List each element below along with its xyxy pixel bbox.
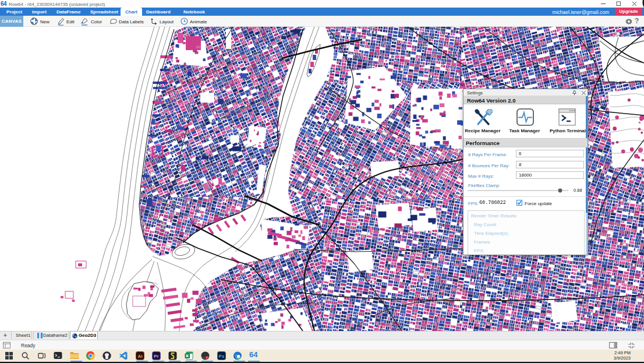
svg-text:Ai: Ai xyxy=(138,354,143,359)
svg-text:Pr: Pr xyxy=(154,354,158,359)
svg-text:Ps: Ps xyxy=(219,354,225,359)
